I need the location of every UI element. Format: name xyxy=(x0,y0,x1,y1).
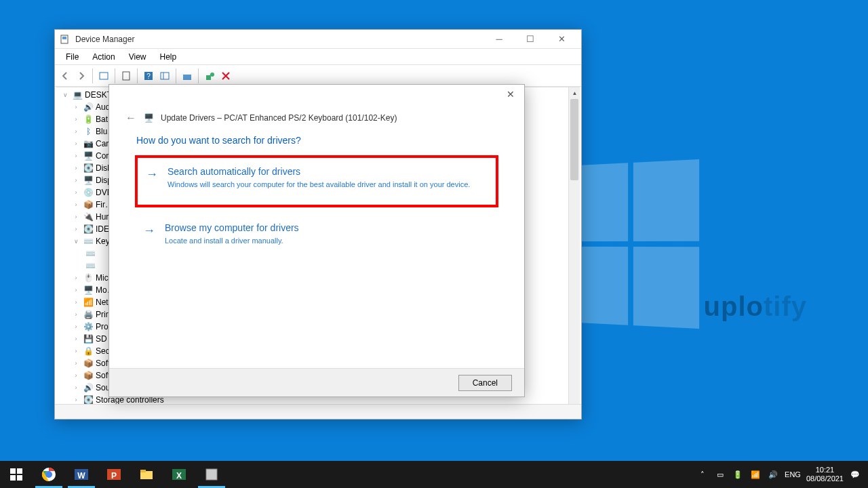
expand-arrow-icon[interactable]: ∨ xyxy=(60,92,70,98)
tray-language[interactable]: ENG xyxy=(785,470,801,479)
expand-arrow-icon[interactable]: › xyxy=(71,360,81,367)
cancel-button[interactable]: Cancel xyxy=(458,375,512,391)
expand-arrow-icon[interactable]: › xyxy=(71,287,81,293)
ide-icon: 💽 xyxy=(83,224,94,235)
tray-wifi-icon[interactable]: 📶 xyxy=(749,468,762,481)
taskbar: W P X ˄ ▭ 🔋 📶 🔊 ENG 10:21 08/08/2021 💬 xyxy=(0,461,868,488)
tray-chevron-up-icon[interactable]: ˄ xyxy=(696,468,709,481)
close-button[interactable]: ✕ xyxy=(546,30,577,49)
svg-rect-13 xyxy=(10,475,16,481)
expand-arrow-icon[interactable]: › xyxy=(71,104,81,110)
svg-rect-1 xyxy=(62,37,66,39)
monitor-icon: 🖥️ xyxy=(83,285,94,296)
svg-text:P: P xyxy=(111,471,117,481)
toolbar-scan-button[interactable] xyxy=(157,68,172,83)
expand-arrow-icon[interactable]: › xyxy=(71,152,81,159)
tray-notifications-icon[interactable]: 💬 xyxy=(849,468,861,481)
expand-arrow-icon[interactable]: › xyxy=(71,372,81,379)
printer-icon: 🖨️ xyxy=(83,309,94,320)
scroll-up-button[interactable]: ▲ xyxy=(569,87,580,99)
expand-arrow-icon[interactable]: › xyxy=(71,140,81,147)
network-icon: 📶 xyxy=(83,297,94,308)
computer-icon: 🖥️ xyxy=(83,150,94,161)
svg-rect-14 xyxy=(17,475,22,481)
dialog-footer: Cancel xyxy=(109,368,524,396)
maximize-button[interactable]: ☐ xyxy=(515,30,546,49)
svg-text:W: W xyxy=(77,471,85,481)
expand-arrow-icon[interactable]: › xyxy=(71,348,81,354)
tray-icon[interactable]: ▭ xyxy=(714,468,726,481)
svg-rect-6 xyxy=(161,73,169,79)
sd-icon: 💾 xyxy=(83,333,94,344)
toolbar-properties-button[interactable] xyxy=(119,68,134,83)
minimize-button[interactable]: ─ xyxy=(484,30,515,49)
taskbar-device-manager-icon[interactable] xyxy=(195,461,228,488)
menu-help[interactable]: Help xyxy=(153,49,184,64)
expand-arrow-icon[interactable]: › xyxy=(71,274,81,281)
taskbar-excel-icon[interactable]: X xyxy=(163,461,195,488)
taskbar-chrome-icon[interactable] xyxy=(33,461,65,488)
svg-point-16 xyxy=(45,471,52,478)
expand-arrow-icon[interactable]: › xyxy=(71,311,81,318)
option-browse-computer[interactable]: → Browse my computer for drivers Locate … xyxy=(135,214,498,261)
option-search-automatically[interactable]: → Search automatically for drivers Windo… xyxy=(135,155,498,207)
sound-icon: 🔊 xyxy=(83,382,94,393)
option-description: Windows will search your computer for th… xyxy=(167,180,485,190)
svg-rect-22 xyxy=(140,470,146,472)
toolbar-update-button[interactable] xyxy=(180,68,195,83)
expand-arrow-icon[interactable]: › xyxy=(71,189,81,196)
menubar: File Action View Help xyxy=(55,49,581,65)
expand-arrow-icon[interactable]: › xyxy=(71,128,81,135)
software-icon: 📦 xyxy=(83,358,94,369)
svg-rect-11 xyxy=(10,468,16,474)
menu-view[interactable]: View xyxy=(122,49,153,64)
menu-file[interactable]: File xyxy=(59,49,85,64)
dialog-close-button[interactable]: ✕ xyxy=(501,89,520,104)
arrow-right-icon: → xyxy=(143,224,155,238)
taskbar-explorer-icon[interactable] xyxy=(130,461,163,488)
scroll-thumb[interactable] xyxy=(570,99,578,180)
expand-arrow-icon[interactable]: › xyxy=(71,201,81,208)
toolbar-show-hide-button[interactable] xyxy=(96,68,111,83)
expand-arrow-icon[interactable]: › xyxy=(71,165,81,171)
expand-arrow-icon[interactable]: › xyxy=(71,299,81,306)
svg-point-10 xyxy=(210,73,214,77)
dvd-icon: 💿 xyxy=(83,187,94,198)
status-bar xyxy=(55,404,581,419)
toolbar-uninstall-button[interactable] xyxy=(202,68,217,83)
computer-icon: 💻 xyxy=(72,89,83,100)
menu-action[interactable]: Action xyxy=(85,49,121,64)
expand-arrow-icon[interactable]: ∨ xyxy=(71,238,81,245)
expand-arrow-icon[interactable]: › xyxy=(71,396,81,403)
scrollbar[interactable]: ▲ ▼ xyxy=(568,87,580,418)
tray-clock[interactable]: 10:21 08/08/2021 xyxy=(806,466,844,483)
expand-arrow-icon[interactable]: › xyxy=(71,177,81,184)
window-title: Device Manager xyxy=(75,35,484,44)
expand-arrow-icon[interactable]: › xyxy=(71,214,81,220)
taskbar-word-icon[interactable]: W xyxy=(65,461,98,488)
expand-arrow-icon[interactable]: › xyxy=(71,226,81,232)
expand-arrow-icon[interactable]: › xyxy=(71,384,81,391)
expand-arrow-icon[interactable]: › xyxy=(71,323,81,330)
dialog-back-button[interactable]: ← xyxy=(125,112,136,124)
camera-icon: 📷 xyxy=(83,138,94,149)
keyboard-icon: ⌨️ xyxy=(85,248,96,259)
toolbar-forward-button[interactable] xyxy=(74,68,89,83)
dialog-prompt: How do you want to search for drivers? xyxy=(109,132,524,148)
watermark: uplotify xyxy=(704,291,807,322)
start-button[interactable] xyxy=(0,461,33,488)
battery-icon: 🔋 xyxy=(83,114,94,125)
toolbar-help-button[interactable]: ? xyxy=(141,68,156,83)
toolbar-disable-button[interactable] xyxy=(218,68,233,83)
taskbar-powerpoint-icon[interactable]: P xyxy=(98,461,130,488)
tray-volume-icon[interactable]: 🔊 xyxy=(767,468,779,481)
toolbar-back-button[interactable] xyxy=(58,68,73,83)
option-description: Locate and install a driver manually. xyxy=(165,236,488,246)
expand-arrow-icon[interactable]: › xyxy=(71,336,81,342)
windows-logo xyxy=(568,159,699,329)
disk-icon: 💽 xyxy=(83,163,94,174)
titlebar: Device Manager ─ ☐ ✕ xyxy=(55,30,581,49)
tray-battery-icon[interactable]: 🔋 xyxy=(732,468,744,481)
svg-rect-25 xyxy=(206,469,217,480)
expand-arrow-icon[interactable]: › xyxy=(71,116,81,123)
